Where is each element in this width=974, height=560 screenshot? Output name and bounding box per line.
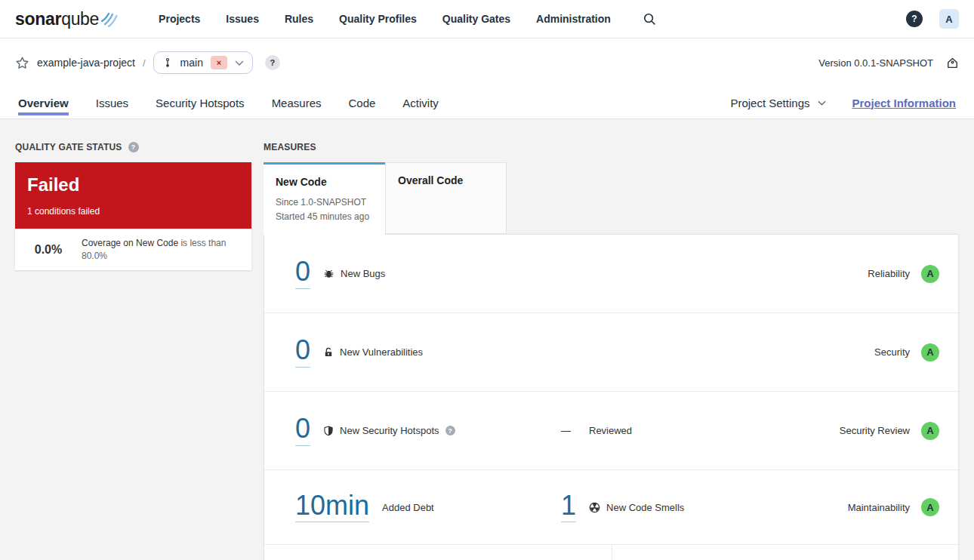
measure-row-maintainability: 10min Added Debt 1 <box>264 470 958 545</box>
new-vulnerabilities-count[interactable]: 0 <box>295 337 310 368</box>
measures-panel: MEASURES New Code Since 1.0-SNAPSHOT Sta… <box>264 142 959 560</box>
reviewed-label: Reviewed <box>589 425 632 436</box>
security-label: Security <box>874 346 910 358</box>
logo-text-light: qube <box>61 9 99 29</box>
tab-code[interactable]: Code <box>348 87 375 118</box>
coverage-cell <box>264 545 612 560</box>
menu-projects[interactable]: Projects <box>159 13 200 25</box>
condition-value: 0.0% <box>15 243 82 257</box>
tab-new-code[interactable]: New Code Since 1.0-SNAPSHOT Started 45 m… <box>264 162 385 235</box>
new-bugs-count[interactable]: 0 <box>295 258 310 289</box>
new-hotspots-count[interactable]: 0 <box>295 415 310 446</box>
security-rating-badge[interactable]: A <box>921 343 939 362</box>
logo-waves-icon <box>99 9 120 27</box>
added-debt-value[interactable]: 10min <box>295 492 369 523</box>
chevron-down-icon[interactable] <box>235 60 244 66</box>
quality-gate-conditions-summary: 1 conditions failed <box>27 206 239 217</box>
branch-help-icon[interactable]: ? <box>265 55 280 70</box>
measure-row-bugs: 0 New Bugs <box>264 235 958 313</box>
favorite-star-icon[interactable] <box>15 56 29 70</box>
new-hotspots-label: New Security Hotspots <box>340 425 439 436</box>
tabs-bar-right: Project Settings Project Information <box>730 97 956 109</box>
reliability-label: Reliability <box>868 268 910 279</box>
reliability-group: Reliability A <box>868 265 939 283</box>
measures-tabs: New Code Since 1.0-SNAPSHOT Started 45 m… <box>264 162 959 234</box>
new-hotspots-label-group: New Security Hotspots ? <box>323 425 455 436</box>
tab-activity[interactable]: Activity <box>402 87 439 118</box>
duplications-cell <box>612 545 958 560</box>
chevron-down-icon <box>818 100 826 106</box>
search-icon[interactable] <box>643 12 657 26</box>
tab-overall-code[interactable]: Overall Code <box>385 162 507 234</box>
maintainability-group: Maintainability A <box>848 498 939 516</box>
new-code-since: Since 1.0-SNAPSHOT <box>276 195 373 210</box>
quality-gate-status: Failed <box>27 175 239 195</box>
reliability-rating-badge[interactable]: A <box>921 265 939 283</box>
bug-icon <box>323 268 334 279</box>
project-information-link[interactable]: Project Information <box>852 97 956 109</box>
top-navbar: sonarqube Projects Issues Rules Quality … <box>0 0 974 38</box>
branch-icon <box>162 57 173 68</box>
security-review-group: Security Review A <box>840 422 939 440</box>
menu-quality-profiles[interactable]: Quality Profiles <box>339 13 417 25</box>
menu-issues[interactable]: Issues <box>226 13 259 25</box>
failed-condition-row[interactable]: 0.0% Coverage on New Code is less than 8… <box>15 229 251 270</box>
avatar[interactable]: A <box>939 9 959 29</box>
new-code-smells-count[interactable]: 1 <box>561 492 576 523</box>
code-smells-group: 1 New Code Smells <box>561 492 684 523</box>
branch-clear-icon[interactable]: × <box>211 56 227 69</box>
project-settings-dropdown[interactable]: Project Settings <box>730 97 826 109</box>
homepage-icon[interactable] <box>946 57 959 69</box>
measure-row-hotspots: 0 New Security Hotspots ? — Reviewed <box>264 392 958 470</box>
new-code-started: Started 45 minutes ago <box>276 210 373 224</box>
quality-gate-help-icon[interactable]: ? <box>128 142 139 152</box>
security-review-rating-badge[interactable]: A <box>921 422 939 440</box>
project-tabs: Overview Issues Security Hotspots Measur… <box>18 87 439 118</box>
help-icon[interactable]: ? <box>906 11 923 27</box>
breadcrumb-project-name[interactable]: example-java-project <box>37 57 135 69</box>
quality-gate-card: Failed 1 conditions failed 0.0% Coverage… <box>15 162 251 270</box>
tab-security-hotspots[interactable]: Security Hotspots <box>156 87 245 118</box>
new-code-tab-label: New Code <box>276 176 373 188</box>
tab-overview[interactable]: Overview <box>18 87 69 118</box>
branch-selector[interactable]: main × <box>153 51 253 74</box>
condition-metric: Coverage on New Code <box>82 238 178 248</box>
menu-quality-gates[interactable]: Quality Gates <box>442 13 510 25</box>
shield-icon <box>323 426 334 436</box>
new-code-smells-label: New Code Smells <box>606 502 684 513</box>
project-settings-label: Project Settings <box>730 97 809 109</box>
new-code-smells-label-group: New Code Smells <box>589 502 684 513</box>
logo-text-bold: sonar <box>15 9 61 29</box>
added-debt-label: Added Debt <box>382 502 434 513</box>
quality-gate-banner: Failed 1 conditions failed <box>15 162 251 229</box>
measures-title: MEASURES <box>264 142 959 152</box>
security-group: Security A <box>874 343 939 362</box>
code-smell-icon <box>589 502 600 513</box>
new-code-tab-subtext: Since 1.0-SNAPSHOT Started 45 minutes ag… <box>276 195 373 225</box>
main-menu: Projects Issues Rules Quality Profiles Q… <box>159 13 611 25</box>
quality-gate-title: QUALITY GATE STATUS ? <box>15 142 251 152</box>
maintainability-label: Maintainability <box>848 502 910 513</box>
quality-gate-panel: QUALITY GATE STATUS ? Failed 1 condition… <box>15 142 251 560</box>
project-tabs-bar: Overview Issues Security Hotspots Measur… <box>0 87 974 119</box>
lock-open-icon <box>323 347 334 358</box>
hotspots-help-icon[interactable]: ? <box>445 426 455 435</box>
tab-issues[interactable]: Issues <box>96 87 128 118</box>
header-right: Version 0.0.1-SNAPSHOT <box>818 57 959 69</box>
branch-name: main <box>180 57 203 69</box>
menu-administration[interactable]: Administration <box>536 13 611 25</box>
measures-card: 0 New Bugs <box>264 234 959 560</box>
new-bugs-label: New Bugs <box>341 268 385 279</box>
security-review-label: Security Review <box>840 425 910 436</box>
sonarqube-logo[interactable]: sonarqube <box>15 9 120 29</box>
tab-measures[interactable]: Measures <box>272 87 322 118</box>
version-label: Version 0.0.1-SNAPSHOT <box>818 57 933 69</box>
breadcrumb-separator: / <box>143 57 146 69</box>
new-vulnerabilities-label-group: New Vulnerabilities <box>323 346 423 358</box>
reviewed-dash: — <box>561 425 570 436</box>
maintainability-rating-badge[interactable]: A <box>921 498 939 516</box>
new-bugs-label-group: New Bugs <box>323 268 385 279</box>
navbar-right: ? A <box>906 9 959 29</box>
condition-text: Coverage on New Code is less than 80.0% <box>82 237 240 262</box>
menu-rules[interactable]: Rules <box>285 13 313 25</box>
